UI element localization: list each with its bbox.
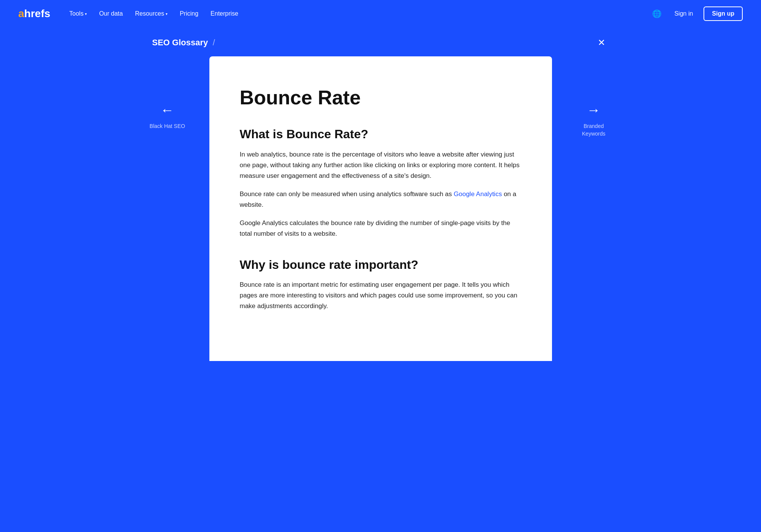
google-analytics-link[interactable]: Google Analytics [454,190,502,198]
section-1-p3: Google Analytics calculates the bounce r… [240,218,522,239]
breadcrumb-container: SEO Glossary / ✕ [0,27,761,56]
nav-resources[interactable]: Resources ▾ [130,7,173,20]
content-card: Bounce Rate What is Bounce Rate? In web … [209,56,552,361]
language-icon[interactable]: 🌐 [650,7,664,21]
next-nav: → Branded Keywords [552,56,636,137]
nav-our-data[interactable]: Our data [94,7,128,20]
main-nav: ahrefs Tools ▾ Our data Resources ▾ Pric… [0,0,761,27]
nav-links: Tools ▾ Our data Resources ▾ Pricing Ent… [64,7,650,20]
page-layout: ← Black Hat SEO Bounce Rate What is Boun… [0,56,761,384]
section-1-p1: In web analytics, bounce rate is the per… [240,149,522,181]
breadcrumb-separator: / [213,38,215,47]
chevron-down-icon: ▾ [166,12,168,16]
nav-tools[interactable]: Tools ▾ [64,7,92,20]
breadcrumb: SEO Glossary / ✕ [152,27,609,56]
breadcrumb-text: SEO Glossary / [152,38,215,48]
prev-arrow[interactable]: ← [161,102,174,118]
close-button[interactable]: ✕ [594,35,609,50]
logo[interactable]: ahrefs [18,8,50,19]
nav-right: 🌐 Sign in Sign up [650,6,743,21]
signup-button[interactable]: Sign up [704,6,743,21]
breadcrumb-title: SEO Glossary [152,38,208,47]
nav-pricing[interactable]: Pricing [174,7,204,20]
chevron-down-icon: ▾ [85,12,87,16]
prev-nav: ← Black Hat SEO [126,56,209,130]
article-title: Bounce Rate [240,87,522,109]
signin-button[interactable]: Sign in [670,7,697,20]
section-2-heading: Why is bounce rate important? [240,257,522,272]
logo-a: a [18,8,24,19]
section-2-p1: Bounce rate is an important metric for e… [240,280,522,312]
next-arrow[interactable]: → [587,102,601,118]
next-label[interactable]: Branded Keywords [582,123,605,137]
nav-enterprise[interactable]: Enterprise [205,7,244,20]
link-pre-text: Bounce rate can only be measured when us… [240,190,454,198]
logo-hrefs: hrefs [24,8,50,19]
section-1-heading: What is Bounce Rate? [240,127,522,141]
section-1-p2: Bounce rate can only be measured when us… [240,189,522,210]
prev-label[interactable]: Black Hat SEO [150,123,185,130]
